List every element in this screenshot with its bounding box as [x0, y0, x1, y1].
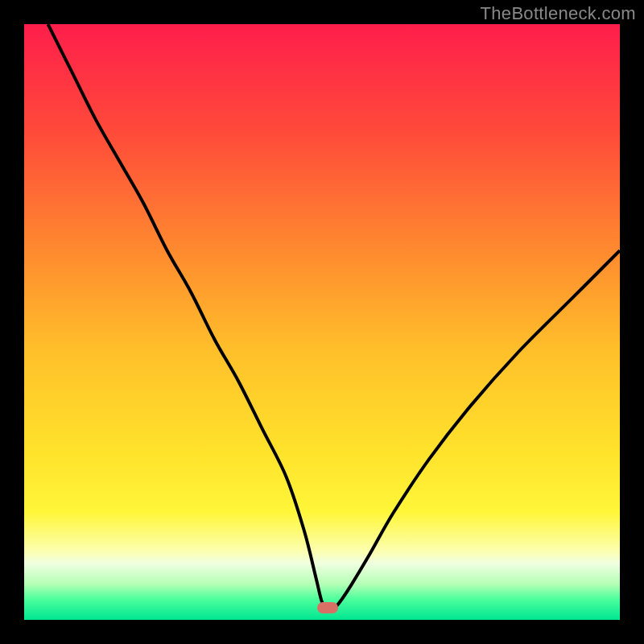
- plot-area: [24, 24, 620, 620]
- watermark-text: TheBottleneck.com: [481, 3, 636, 24]
- bottleneck-curve: [24, 24, 620, 620]
- optimal-marker: [317, 602, 338, 613]
- curve-path: [48, 24, 620, 609]
- chart-frame: TheBottleneck.com: [0, 0, 644, 644]
